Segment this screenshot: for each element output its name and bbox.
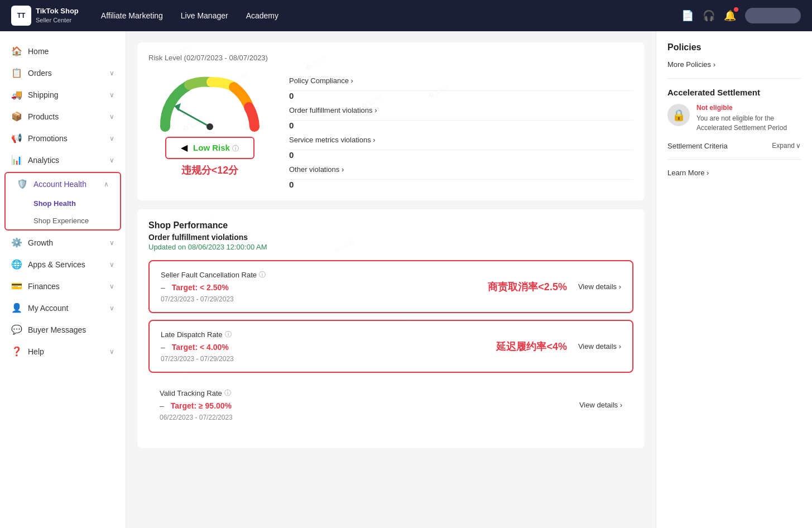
chevron-analytics: ∨ — [109, 156, 114, 164]
sidebar-label-home: Home — [28, 47, 49, 56]
orders-icon: 📋 — [11, 68, 22, 78]
logo[interactable]: TT TikTok Shop Seller Center — [11, 6, 79, 26]
sidebar-item-products[interactable]: 📦 Products ∨ — [0, 105, 126, 127]
sidebar-item-help[interactable]: ❓ Help ∨ — [0, 340, 126, 362]
metric-left-cancellation: Seller Fault Cancellation Rate ⓘ – Targe… — [161, 270, 477, 303]
sidebar-item-buyer-messages[interactable]: 💬 Buyer Messages — [0, 319, 126, 340]
my-account-icon: 👤 — [11, 303, 22, 313]
finances-icon: 💳 — [11, 281, 22, 291]
sidebar-sub-shop-experience[interactable]: Shop Experience — [6, 212, 120, 229]
cancellation-view-details[interactable]: View details — [578, 282, 621, 291]
low-risk-help[interactable]: ⓘ — [232, 145, 239, 152]
order-fulfillment-title: Order fulfillment violations — [148, 233, 633, 242]
metric-row-tracking: Valid Tracking Rate ⓘ – Target: ≥ 95.00%… — [160, 388, 622, 421]
dispatch-annotation: 延迟履约率<4% — [496, 340, 567, 353]
analytics-icon: 📊 — [11, 155, 22, 165]
top-navigation: TT TikTok Shop Seller Center Affiliate M… — [0, 0, 812, 31]
low-risk-box: ◀ Low Risk ⓘ — [165, 137, 254, 159]
chevron-products: ∨ — [109, 113, 114, 121]
sidebar-item-orders[interactable]: 📋 Orders ∨ — [0, 62, 126, 84]
sidebar-item-home[interactable]: 🏠 Home — [0, 40, 126, 62]
sidebar-sub-shop-health[interactable]: Shop Health — [6, 195, 120, 212]
nav-live-manager[interactable]: Live Manager — [181, 11, 228, 20]
sidebar-label-analytics: Analytics — [28, 156, 59, 165]
sidebar: 🏠 Home 📋 Orders ∨ 🚚 Shipping ∨ 📦 Product… — [0, 31, 126, 528]
chevron-help: ∨ — [109, 348, 114, 356]
user-avatar[interactable] — [745, 8, 801, 23]
sidebar-label-finances: Finances — [28, 282, 60, 291]
violation-value-policy: 0 — [289, 91, 633, 100]
buyer-messages-icon: 💬 — [11, 324, 22, 335]
nav-right-icons: 📄 🎧 🔔 — [681, 8, 801, 23]
violation-label-other: Other violations › — [289, 165, 344, 174]
violation-value-service: 0 — [289, 150, 633, 160]
settlement-icon: 🔒 — [667, 104, 690, 126]
gauge-svg — [154, 71, 266, 132]
nav-affiliate-marketing[interactable]: Affiliate Marketing — [101, 11, 163, 20]
violation-item-service[interactable]: Service metrics violations › — [289, 130, 633, 150]
metric-card-tracking: Valid Tracking Rate ⓘ – Target: ≥ 95.00%… — [148, 380, 633, 430]
tracking-view-details[interactable]: View details — [579, 401, 622, 409]
cancellation-help-icon[interactable]: ⓘ — [259, 270, 266, 280]
metric-row-dispatch: Late Dispatch Rate ⓘ – Target: < 4.00% 0… — [161, 330, 621, 363]
chinese-annotation-risk: 违规分<12分 — [148, 164, 271, 177]
sidebar-label-my-account: My Account — [28, 304, 68, 313]
tracking-date: 06/22/2023 - 07/22/2023 — [160, 414, 557, 421]
rp-divider-1 — [667, 78, 801, 79]
updated-date: Updated on 08/06/2023 12:00:00 AM — [148, 243, 633, 251]
violation-item-policy[interactable]: Policy Compliance › — [289, 71, 633, 91]
violations-list: Policy Compliance › 0 Order fulfillment … — [289, 71, 633, 189]
metric-value-dispatch: – Target: < 4.00% — [161, 343, 485, 352]
promotions-icon: 📢 — [11, 133, 22, 143]
violation-label-service: Service metrics violations › — [289, 136, 376, 144]
home-icon: 🏠 — [11, 46, 22, 56]
sidebar-item-promotions[interactable]: 📢 Promotions ∨ — [0, 127, 126, 149]
sidebar-label-account-health: Account Health — [33, 180, 87, 189]
chevron-my-account: ∨ — [109, 304, 114, 312]
metric-left-dispatch: Late Dispatch Rate ⓘ – Target: < 4.00% 0… — [161, 330, 485, 363]
sidebar-label-shipping: Shipping — [28, 90, 59, 99]
metric-row-cancellation: Seller Fault Cancellation Rate ⓘ – Targe… — [161, 270, 621, 303]
headset-icon[interactable]: 🎧 — [703, 9, 715, 22]
sidebar-item-analytics[interactable]: 📊 Analytics ∨ — [0, 149, 126, 171]
sidebar-item-apps-services[interactable]: 🌐 Apps & Services ∨ — [0, 253, 126, 275]
settlement-criteria-label: Settlement Criteria — [667, 142, 728, 150]
sidebar-item-finances[interactable]: 💳 Finances ∨ — [0, 275, 126, 297]
svg-point-1 — [206, 123, 213, 130]
chevron-finances: ∨ — [109, 282, 114, 290]
sidebar-label-apps-services: Apps & Services — [28, 260, 85, 269]
sidebar-item-my-account[interactable]: 👤 My Account ∨ — [0, 297, 126, 319]
dispatch-view-details[interactable]: View details — [578, 342, 621, 351]
bell-icon[interactable]: 🔔 — [724, 9, 736, 22]
violation-value-fulfillment: 0 — [289, 121, 633, 130]
tracking-help-icon[interactable]: ⓘ — [224, 388, 231, 398]
learn-more-link[interactable]: Learn More — [667, 169, 801, 177]
settlement-body: 🔒 Not eligible You are not eligible for … — [667, 104, 801, 133]
gauge-wrap — [154, 71, 266, 132]
metric-value-tracking: – Target: ≥ 95.00% — [160, 401, 557, 410]
metric-name-dispatch: Late Dispatch Rate ⓘ — [161, 330, 485, 339]
violation-item-other[interactable]: Other violations › — [289, 160, 633, 180]
chevron-apps-services: ∨ — [109, 261, 114, 268]
not-eligible-badge: Not eligible — [696, 104, 801, 112]
shipping-icon: 🚚 — [11, 89, 22, 100]
tiktok-logo-icon: TT — [11, 6, 31, 26]
main-layout: 🏠 Home 📋 Orders ∨ 🚚 Shipping ∨ 📦 Product… — [0, 31, 812, 528]
cancellation-annotation: 商责取消率<2.5% — [488, 280, 567, 294]
violation-item-fulfillment[interactable]: Order fulfillment violations › — [289, 100, 633, 121]
settlement-desc: You are not eligible for the Accelerated… — [696, 114, 801, 133]
sidebar-label-promotions: Promotions — [28, 134, 68, 143]
metric-card-cancellation: Seller Fault Cancellation Rate ⓘ – Targe… — [148, 260, 633, 313]
more-policies-link[interactable]: More Policies — [667, 60, 715, 69]
expand-button[interactable]: Expand ∨ — [772, 142, 801, 150]
sidebar-item-growth[interactable]: ⚙️ Growth ∨ — [0, 232, 126, 253]
sidebar-label-help: Help — [28, 347, 44, 356]
settlement-title: Accelerated Settlement — [667, 88, 801, 97]
shop-performance-card: ✿ 1850 ✿ 1850 ✿ 1850 ✿ 1850 ✿ 1850 ✿ 185… — [137, 209, 645, 448]
sidebar-item-account-health[interactable]: 🛡️ Account Health ∧ — [6, 173, 120, 195]
sidebar-label-buyer-messages: Buyer Messages — [28, 325, 86, 334]
nav-academy[interactable]: Academy — [246, 11, 278, 20]
sidebar-item-shipping[interactable]: 🚚 Shipping ∨ — [0, 84, 126, 105]
document-icon[interactable]: 📄 — [681, 9, 694, 22]
dispatch-help-icon[interactable]: ⓘ — [225, 330, 232, 339]
